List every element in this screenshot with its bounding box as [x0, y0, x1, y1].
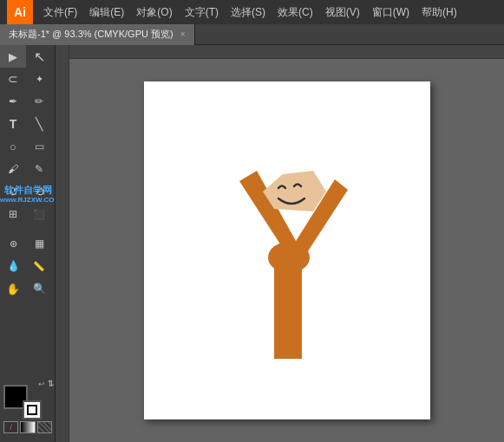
tool-row-1: ▶ ↖: [0, 45, 55, 68]
menu-effect[interactable]: 效果(C): [272, 3, 318, 22]
symbol-sprayer-tool[interactable]: ⊛: [0, 232, 26, 255]
tool-row-5: ○ ▭: [0, 135, 55, 158]
menu-file[interactable]: 文件(F): [38, 3, 82, 22]
measure-tool[interactable]: 📏: [26, 255, 52, 277]
menu-window[interactable]: 窗口(W): [367, 3, 415, 22]
mesh-tool[interactable]: ⊞: [0, 203, 26, 225]
zoom-tool[interactable]: 🔍: [26, 277, 52, 300]
ellipse-tool[interactable]: ○: [0, 135, 26, 158]
select-tool[interactable]: ▶: [0, 45, 26, 68]
hand-tool[interactable]: ✋: [0, 277, 26, 300]
illustration-svg: [192, 120, 383, 380]
swap-colors-icon[interactable]: ⇄: [46, 380, 56, 387]
artboard: [144, 81, 430, 419]
tool-row-11: ✋ 🔍: [0, 277, 55, 300]
svg-point-0: [268, 242, 310, 273]
reflect-tool[interactable]: ⟲: [26, 180, 52, 203]
menu-select[interactable]: 选择(S): [226, 3, 271, 22]
title-bar: Ai 文件(F) 编辑(E) 对象(O) 文字(T) 选择(S) 效果(C) 视…: [0, 0, 504, 24]
canvas-background: [69, 59, 504, 442]
app-logo: Ai: [7, 0, 33, 24]
pen-tool[interactable]: ✒: [0, 90, 26, 113]
menu-object[interactable]: 对象(O): [131, 3, 177, 22]
lasso-tool[interactable]: ⊂: [0, 68, 26, 90]
pen-add-tool[interactable]: ✏: [26, 90, 52, 113]
tab-label: 未标题-1* @ 93.3% (CMYK/GPU 预览): [9, 28, 173, 41]
menu-view[interactable]: 视图(V): [320, 3, 365, 22]
rotate-tool[interactable]: ↺: [0, 180, 26, 203]
tab-bar: 未标题-1* @ 93.3% (CMYK/GPU 预览) ×: [0, 24, 504, 45]
tool-row-9: ⊛ ▦: [0, 232, 55, 255]
tool-row-3: ✒ ✏: [0, 90, 55, 113]
menu-edit[interactable]: 编辑(E): [84, 3, 129, 22]
left-toolbar: ▶ ↖ ⊂ ✦ ✒ ✏ T ╲ ○ ▭ 🖌 ✎ ↺ ⟲ ⊞ ⬛: [0, 45, 56, 442]
tab-close-button[interactable]: ×: [180, 29, 186, 39]
menu-bar: 文件(F) 编辑(E) 对象(O) 文字(T) 选择(S) 效果(C) 视图(V…: [38, 3, 462, 22]
tool-row-6: 🖌 ✎: [0, 158, 55, 180]
paintbrush-tool[interactable]: 🖌: [0, 158, 26, 180]
svg-marker-1: [263, 171, 326, 211]
stroke-color-box[interactable]: [23, 400, 42, 419]
color-none-box[interactable]: /: [3, 421, 18, 433]
document-tab[interactable]: 未标题-1* @ 93.3% (CMYK/GPU 预览) ×: [0, 24, 195, 45]
color-section: ↩ ⇄ /: [3, 385, 52, 433]
tool-row-4: T ╲: [0, 113, 55, 135]
magic-wand-tool[interactable]: ✦: [26, 68, 52, 90]
tool-row-8: ⊞ ⬛: [0, 203, 55, 225]
gradient-swatch[interactable]: [20, 421, 35, 433]
type-tool[interactable]: T: [0, 113, 26, 135]
rectangle-tool[interactable]: ▭: [26, 135, 52, 158]
ruler-left: [56, 45, 69, 442]
gradient-tool[interactable]: ⬛: [26, 203, 52, 225]
pattern-swatch[interactable]: [37, 421, 52, 433]
main-area: ▶ ↖ ⊂ ✦ ✒ ✏ T ╲ ○ ▭ 🖌 ✎ ↺ ⟲ ⊞ ⬛: [0, 45, 504, 442]
ruler-top: [56, 45, 504, 59]
pencil-tool[interactable]: ✎: [26, 158, 52, 180]
column-graph-tool[interactable]: ▦: [26, 232, 52, 255]
tool-row-2: ⊂ ✦: [0, 68, 55, 90]
direct-select-tool[interactable]: ↖: [26, 45, 52, 68]
tool-row-10: 💧 📏: [0, 255, 55, 277]
line-segment-tool[interactable]: ╲: [26, 113, 52, 135]
canvas-area: [56, 45, 504, 442]
reset-colors-icon[interactable]: ↩: [38, 380, 45, 388]
eyedropper-tool[interactable]: 💧: [0, 255, 26, 277]
menu-help[interactable]: 帮助(H): [416, 3, 462, 22]
menu-text[interactable]: 文字(T): [180, 3, 224, 22]
tool-row-7: ↺ ⟲: [0, 180, 55, 203]
